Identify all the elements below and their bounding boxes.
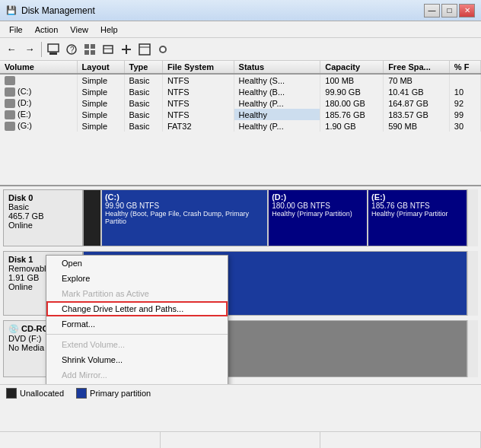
- disk-0-e[interactable]: (E:) 185.76 GB NTFS Healthy (Primary Par…: [368, 190, 467, 246]
- cell-pct: 99: [449, 109, 480, 120]
- col-filesystem: File System: [162, 61, 234, 74]
- menu-help[interactable]: Help: [94, 24, 124, 36]
- col-layout: Layout: [77, 61, 124, 74]
- cell-type: Basic: [124, 74, 162, 86]
- toolbar-btn-7[interactable]: [118, 41, 135, 58]
- cm-explore[interactable]: Explore: [46, 271, 228, 286]
- cell-fs: FAT32: [162, 120, 234, 132]
- svg-rect-6: [84, 50, 89, 55]
- col-capacity: Capacity: [320, 61, 384, 74]
- cell-layout: Simple: [77, 86, 124, 97]
- cell-status: Healthy: [234, 109, 320, 120]
- menu-file[interactable]: File: [3, 24, 29, 36]
- disk-0-label: Disk 0 Basic 465.7 GB Online: [3, 189, 83, 246]
- table-row[interactable]: (E:) Simple Basic NTFS Healthy 185.76 GB…: [0, 109, 481, 120]
- disk-0-c-status: Healthy (Boot, Page File, Crash Dump, Pr…: [105, 210, 264, 225]
- legend: Unallocated Primary partition: [0, 384, 481, 401]
- context-menu: Open Explore Mark Partition as Active Ch…: [46, 255, 228, 384]
- cell-pct: [449, 74, 480, 86]
- svg-rect-8: [104, 46, 113, 53]
- title-bar: 💾 Disk Management — □ ✕: [0, 0, 481, 21]
- svg-rect-4: [84, 44, 89, 49]
- menu-view[interactable]: View: [64, 24, 94, 36]
- status-pane-1: [0, 432, 161, 448]
- volume-table-area[interactable]: Volume Layout Type File System Status Ca…: [0, 61, 481, 186]
- cm-mark-active: Mark Partition as Active: [46, 286, 228, 301]
- cell-fs: NTFS: [162, 97, 234, 109]
- toolbar-btn-5[interactable]: [81, 41, 98, 58]
- disk-0-row: Disk 0 Basic 465.7 GB Online (C:) 99.90 …: [3, 189, 478, 246]
- cm-extend: Extend Volume...: [46, 337, 228, 352]
- disk-0-name: Disk 0: [8, 193, 78, 202]
- cm-shrink[interactable]: Shrink Volume...: [46, 352, 228, 367]
- toolbar-btn-3[interactable]: [45, 41, 62, 58]
- cm-change-drive[interactable]: Change Drive Letter and Paths...: [46, 301, 228, 316]
- svg-rect-0: [48, 44, 59, 52]
- minimize-button[interactable]: —: [424, 4, 440, 17]
- disk-0-c-title: (C:): [105, 192, 264, 202]
- disk-0-d-status: Healthy (Primary Partition): [272, 210, 364, 218]
- svg-rect-7: [91, 50, 95, 55]
- table-row[interactable]: (C:) Simple Basic NTFS Healthy (B... 99.…: [0, 86, 481, 97]
- cell-status: Healthy (B...: [234, 86, 320, 97]
- cell-free: 183.57 GB: [384, 109, 450, 120]
- disk-0-d[interactable]: (D:) 180.00 GB NTFS Healthy (Primary Par…: [269, 190, 367, 246]
- cell-volume: (C:): [0, 86, 77, 97]
- cell-free: 590 MB: [384, 120, 450, 132]
- cell-cap: 180.00 GB: [320, 97, 384, 109]
- cdrom-type: DVD (F:): [8, 334, 41, 343]
- cell-type: Basic: [124, 97, 162, 109]
- toolbar-btn-4[interactable]: ?: [63, 41, 80, 58]
- back-button[interactable]: ←: [3, 41, 20, 58]
- main-content: Volume Layout Type File System Status Ca…: [0, 61, 481, 431]
- disk-0-c-fs: 99.90 GB NTFS: [105, 202, 264, 210]
- cell-status: Healthy (S...: [234, 74, 320, 86]
- table-row[interactable]: (G:) Simple Basic FAT32 Healthy (P... 1.…: [0, 120, 481, 132]
- cell-pct: 10: [449, 86, 480, 97]
- disk-0-e-title: (E:): [371, 192, 463, 202]
- disk-0-c[interactable]: (C:) 99.90 GB NTFS Healthy (Boot, Page F…: [102, 190, 267, 246]
- cell-fs: NTFS: [162, 86, 234, 97]
- table-row[interactable]: Simple Basic NTFS Healthy (S... 100 MB 7…: [0, 74, 481, 86]
- status-pane-2: [161, 432, 321, 448]
- close-button[interactable]: ✕: [459, 4, 475, 17]
- window-icon: 💾: [6, 5, 17, 15]
- cm-mirror: Add Mirror...: [46, 367, 228, 383]
- col-type: Type: [124, 61, 162, 74]
- disk-0-status: Online: [8, 221, 78, 230]
- cell-status: Healthy (P...: [234, 120, 320, 132]
- forward-button[interactable]: →: [21, 41, 38, 58]
- cell-volume: (D:): [0, 97, 77, 109]
- maximize-button[interactable]: □: [441, 4, 457, 17]
- legend-unallocated-box: [6, 388, 17, 399]
- cell-volume: [0, 74, 77, 86]
- window-title: Disk Management: [21, 5, 95, 16]
- cm-open[interactable]: Open: [46, 256, 228, 271]
- status-pane-3: [320, 432, 481, 448]
- cell-status: Healthy (P...: [234, 97, 320, 109]
- cm-delete[interactable]: Delete Volume...: [46, 383, 228, 384]
- toolbar-btn-8[interactable]: [136, 41, 153, 58]
- cell-type: Basic: [124, 120, 162, 132]
- toolbar-btn-9[interactable]: [154, 41, 171, 58]
- table-row[interactable]: (D:) Simple Basic NTFS Healthy (P... 180…: [0, 97, 481, 109]
- legend-unallocated: Unallocated: [6, 388, 64, 399]
- toolbar: ← → ?: [0, 38, 481, 61]
- cdrom-scrollbar: [467, 320, 478, 377]
- col-volume: Volume: [0, 61, 77, 74]
- svg-rect-12: [139, 44, 150, 55]
- cm-format[interactable]: Format...: [46, 316, 228, 332]
- cell-cap: 99.90 GB: [320, 86, 384, 97]
- disk-0-size: 465.7 GB: [8, 211, 78, 221]
- toolbar-btn-6[interactable]: [100, 41, 116, 58]
- disk-0-e-fs: 185.76 GB NTFS: [371, 202, 463, 210]
- disk-0-unalloc[interactable]: [84, 190, 100, 246]
- menu-bar: File Action View Help: [0, 21, 481, 38]
- cell-free: 70 MB: [384, 74, 450, 86]
- svg-text:?: ?: [70, 46, 75, 54]
- cell-layout: Simple: [77, 120, 124, 132]
- cell-cap: 100 MB: [320, 74, 384, 86]
- svg-rect-1: [49, 52, 57, 55]
- col-status: Status: [234, 61, 320, 74]
- menu-action[interactable]: Action: [29, 24, 65, 36]
